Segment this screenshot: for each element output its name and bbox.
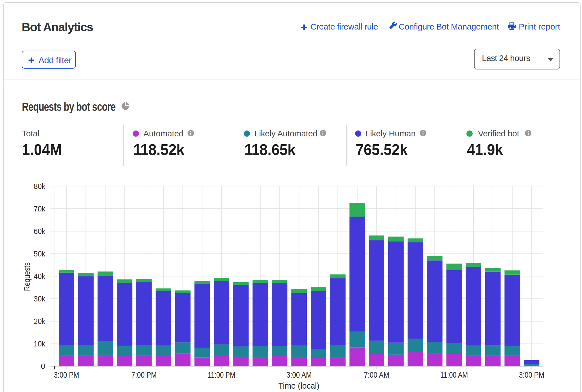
svg-text:60k: 60k [34, 227, 46, 236]
svg-text:50k: 50k [34, 249, 46, 258]
svg-text:80k: 80k [34, 182, 46, 191]
svg-text:11:00 AM: 11:00 AM [440, 370, 468, 379]
svg-text:7:00 AM: 7:00 AM [364, 370, 389, 379]
svg-text:0: 0 [41, 362, 45, 371]
svg-text:Time (local): Time (local) [278, 381, 319, 390]
svg-text:3:00 PM: 3:00 PM [519, 370, 544, 379]
svg-text:70k: 70k [34, 204, 46, 213]
svg-text:Requests: Requests [22, 262, 31, 291]
svg-text:3:00 PM: 3:00 PM [54, 370, 79, 379]
svg-text:7:00 PM: 7:00 PM [131, 370, 157, 379]
svg-text:40k: 40k [34, 272, 46, 281]
svg-text:30k: 30k [34, 294, 46, 303]
svg-text:3:00 AM: 3:00 AM [287, 370, 312, 379]
svg-text:10k: 10k [34, 339, 46, 348]
svg-text:20k: 20k [34, 317, 46, 326]
svg-text:11:00 PM: 11:00 PM [208, 370, 235, 379]
